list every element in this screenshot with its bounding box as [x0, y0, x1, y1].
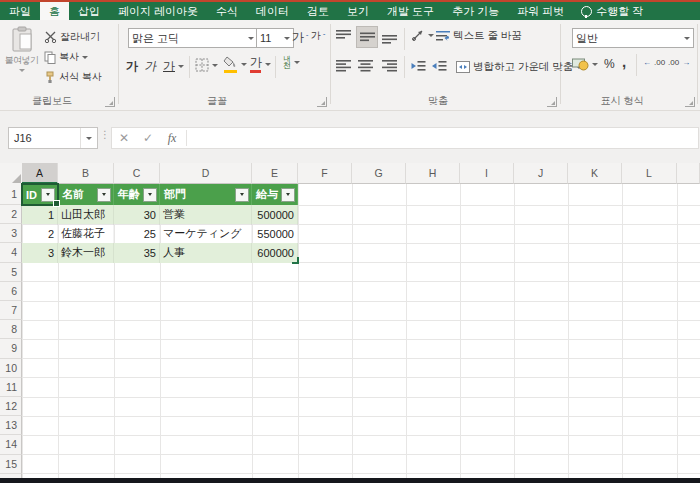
column-header-partial[interactable] — [677, 163, 700, 184]
filter-button[interactable] — [281, 188, 295, 202]
column-header-L[interactable]: L — [622, 163, 677, 184]
tab-add-ins[interactable]: 추가 기능 — [443, 2, 508, 20]
decrease-indent-button[interactable] — [411, 60, 426, 72]
wrap-text-button[interactable]: 텍스트 줄 바꿈 — [436, 29, 522, 43]
row-header-11[interactable]: 11 — [0, 378, 22, 397]
table-header-給与[interactable]: 給与 — [252, 184, 298, 205]
row-header-6[interactable]: 6 — [0, 282, 22, 301]
filter-button[interactable] — [41, 188, 55, 202]
row-header-15[interactable]: 15 — [0, 455, 22, 474]
tab-home[interactable]: 홈 — [40, 2, 69, 20]
decrease-decimal-button[interactable]: .00→ — [668, 58, 690, 67]
font-dialog-launcher[interactable] — [317, 97, 327, 107]
tab-formulas[interactable]: 수식 — [207, 2, 247, 20]
column-header-G[interactable]: G — [352, 163, 406, 184]
middle-align-button[interactable] — [356, 26, 378, 48]
table-cell[interactable]: 鈴木一郎 — [58, 243, 114, 262]
alignment-dialog-launcher[interactable] — [547, 97, 557, 107]
column-header-D[interactable]: D — [160, 163, 252, 184]
row-header-5[interactable]: 5 — [0, 263, 22, 282]
borders-button[interactable] — [195, 58, 218, 72]
table-header-名前[interactable]: 名前 — [58, 184, 114, 205]
row-header-3[interactable]: 3 — [0, 224, 22, 243]
name-box[interactable]: J16 — [8, 127, 98, 149]
column-header-C[interactable]: C — [114, 163, 160, 184]
table-resize-handle[interactable] — [292, 257, 299, 264]
row-header-4[interactable]: 4 — [0, 243, 22, 262]
percent-style-button[interactable]: % — [604, 57, 615, 71]
column-header-H[interactable]: H — [406, 163, 460, 184]
tab-page-layout[interactable]: 페이지 레이아웃 — [109, 2, 207, 20]
increase-indent-button[interactable] — [432, 60, 447, 72]
font-size-combo[interactable]: 11 — [256, 28, 294, 48]
formula-bar-grip[interactable]: ⋮ — [100, 129, 110, 140]
table-cell[interactable]: 1 — [22, 205, 58, 224]
row-header-14[interactable]: 14 — [0, 435, 22, 454]
row-header-10[interactable]: 10 — [0, 359, 22, 378]
grow-font-button[interactable]: 가ˆ — [292, 29, 308, 46]
bottom-align-button[interactable] — [382, 32, 397, 44]
table-cell[interactable]: 山田太郎 — [58, 205, 114, 224]
tab-file[interactable]: 파일 — [0, 2, 40, 20]
table-header-部門[interactable]: 部門 — [160, 184, 252, 205]
italic-button[interactable]: 가 — [145, 58, 157, 75]
cancel-button[interactable]: ✕ — [112, 131, 136, 145]
number-format-combo[interactable]: 일반 — [572, 28, 694, 48]
number-dialog-launcher[interactable] — [685, 97, 695, 107]
tab-developer[interactable]: 개발 도구 — [378, 2, 443, 20]
column-header-I[interactable]: I — [460, 163, 514, 184]
filter-button[interactable] — [235, 188, 249, 202]
table-cell[interactable]: 35 — [114, 243, 160, 262]
copy-button[interactable]: 복사 — [44, 50, 88, 64]
column-header-F[interactable]: F — [298, 163, 352, 184]
align-left-button[interactable] — [336, 60, 351, 72]
table-cell[interactable]: 佐藤花子 — [58, 224, 114, 243]
column-header-A[interactable]: A — [22, 163, 58, 184]
insert-function-button[interactable]: fx — [160, 131, 184, 146]
enter-button[interactable]: ✓ — [136, 131, 160, 145]
top-align-button[interactable] — [336, 30, 351, 42]
tab-power-pivot[interactable]: 파워 피벗 — [508, 2, 573, 20]
align-right-button[interactable] — [382, 60, 397, 72]
row-header-12[interactable]: 12 — [0, 397, 22, 416]
select-all-corner[interactable] — [0, 163, 23, 185]
row-header-7[interactable]: 7 — [0, 301, 22, 320]
bold-button[interactable]: 가 — [126, 58, 138, 75]
table-header-ID[interactable]: ID — [22, 184, 58, 205]
increase-decimal-button[interactable]: ←.00 — [643, 58, 665, 67]
row-header-1[interactable]: 1 — [0, 184, 22, 205]
comma-style-button[interactable]: , — [622, 53, 626, 70]
row-header-13[interactable]: 13 — [0, 416, 22, 435]
cut-button[interactable]: 잘라내기 — [44, 30, 100, 44]
formula-input-area[interactable]: ✕ ✓ fx — [111, 127, 699, 149]
row-header-9[interactable]: 9 — [0, 339, 22, 358]
row-header-2[interactable]: 2 — [0, 205, 22, 224]
font-name-combo[interactable]: 맑은 고딕 — [128, 28, 258, 48]
table-cell[interactable]: 3 — [22, 243, 58, 262]
table-cell[interactable]: 営業 — [160, 205, 252, 224]
table-cell[interactable]: 2 — [22, 224, 58, 243]
tab-insert[interactable]: 삽입 — [69, 2, 109, 20]
table-cell[interactable]: 人事 — [160, 243, 252, 262]
row-header-8[interactable]: 8 — [0, 320, 22, 339]
underline-button[interactable]: 가 — [163, 58, 184, 75]
paste-button[interactable]: 붙여넣기 — [4, 26, 39, 104]
clipboard-dialog-launcher[interactable] — [105, 97, 115, 107]
column-header-B[interactable]: B — [58, 163, 114, 184]
column-header-J[interactable]: J — [514, 163, 568, 184]
column-header-E[interactable]: E — [252, 163, 298, 184]
shrink-font-button[interactable]: 가ˇ — [311, 29, 325, 43]
table-cell[interactable]: 500000 — [252, 205, 298, 224]
tell-me-box[interactable]: 수행할 작 — [575, 2, 649, 20]
phonetic-guide-button[interactable]: 내 천 — [283, 55, 300, 70]
table-header-年齢[interactable]: 年齢 — [114, 184, 160, 205]
tab-data[interactable]: 데이터 — [247, 2, 298, 20]
fill-color-button[interactable] — [223, 56, 247, 73]
table-cell[interactable]: 30 — [114, 205, 160, 224]
font-color-button[interactable]: 가 — [249, 56, 271, 73]
tab-view[interactable]: 보기 — [338, 2, 378, 20]
orientation-button[interactable] — [411, 28, 434, 42]
tab-review[interactable]: 검토 — [298, 2, 338, 20]
filter-button[interactable] — [143, 188, 157, 202]
align-center-button[interactable] — [358, 60, 373, 72]
